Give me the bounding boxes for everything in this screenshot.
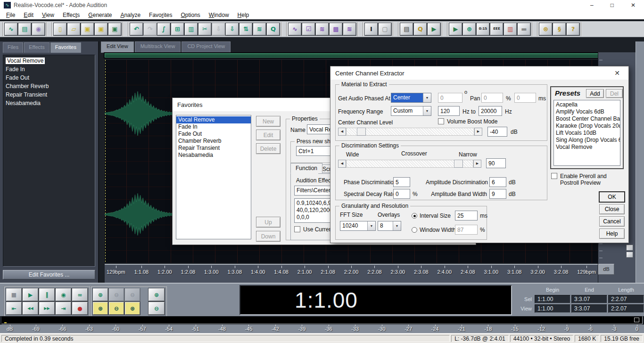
chevron-down-icon[interactable]: ▼ [393,221,401,230]
mix-paste-button[interactable]: ⇅ [239,23,252,35]
favorites-list-item[interactable]: Nesabamedia [3,99,95,107]
undo-button[interactable]: ↶ [130,23,143,35]
sidebar-tab-favorites[interactable]: Favorites [50,42,81,53]
organizer-window-toggle-button[interactable]: ▤ [400,23,413,35]
ok-button[interactable]: OK [599,192,625,202]
cd-project-view-button[interactable]: ◉ [32,23,45,35]
chevron-down-icon[interactable]: ▼ [423,93,431,102]
timeline-ruler[interactable]: 129bpm1:1.081:2.001:2.081:3.001:3.081:4.… [105,264,598,283]
new-button[interactable]: New [256,116,281,127]
menu-edit[interactable]: Edit [19,12,38,18]
pan-field[interactable]: 0 [481,93,503,103]
favorites-dialog-item[interactable]: Repair Transient [176,145,251,152]
freq-low-field[interactable]: 120 [438,106,460,116]
slider-right-arrow-icon[interactable]: ▶ [473,160,481,168]
delay-field[interactable]: 0 [514,93,536,103]
preset-item[interactable]: Karaoke (Drop Vocals 20dB) [554,122,620,130]
loop-button[interactable]: ∞ [72,288,88,301]
zoom-selection-left-button[interactable]: ⊖ [109,302,124,315]
crossover-slider-thumb[interactable] [454,160,463,168]
preset-del-button[interactable]: Del [606,89,623,98]
menu-view[interactable]: View [38,12,58,18]
preset-add-button[interactable]: Add [586,89,604,98]
open-file-button[interactable]: ▱ [67,23,80,35]
stop-button[interactable]: ■ [6,288,22,301]
tab-edit-view[interactable]: Edit View [101,41,134,53]
sel-view-toggle-button[interactable]: EEE [490,23,503,35]
level-meters-toggle-button[interactable]: ▥ [504,23,517,35]
menu-effects[interactable]: Effects [58,12,84,18]
center-level-slider-thumb[interactable] [357,128,366,136]
slider-left-arrow-icon[interactable]: ◀ [338,160,346,168]
chevron-down-icon[interactable]: ▼ [423,106,431,115]
phase-degrees-field[interactable]: 0 [438,93,462,103]
preset-item[interactable]: Lift Vocals 10dB [554,130,620,137]
edit-button[interactable]: Edit [256,130,281,140]
selview-field[interactable]: 1:1.00 [535,304,570,313]
preset-item[interactable]: Boost Center Channel Bass [554,115,620,122]
window-width-radio[interactable]: Window Width [412,227,456,233]
use-current-checkbox-box[interactable] [294,226,300,232]
status-bar-toggle-button[interactable]: ▬ [518,23,530,35]
amplitude-discrimination-field[interactable]: 6 [489,177,506,187]
playback-cursor[interactable] [105,60,106,263]
favorites-dialog-item[interactable]: Nesabamedia [176,152,251,159]
band-width-field[interactable]: 9 [489,189,506,199]
edit-view-button[interactable]: ∿ [5,23,17,35]
vertical-zoom-in-button[interactable]: ⊕ [149,288,165,301]
chevron-down-icon[interactable]: ▼ [367,221,375,230]
menu-analyze[interactable]: Analyze [116,12,145,18]
tab-function[interactable]: Function [290,163,322,173]
wave-navigator[interactable] [104,52,622,58]
center-level-field[interactable]: -40 [487,127,507,137]
save-as-button[interactable]: ▣ [95,23,107,35]
cut-button[interactable]: ✂ [198,23,211,35]
convert-sample-type-button[interactable]: Q [267,23,280,35]
go-to-start-button[interactable]: ⇤ [6,302,22,315]
favorites-dialog-item[interactable]: Chamber Reverb [176,138,251,145]
repeat-last-command-button[interactable]: ∫ [157,23,170,35]
interval-size-radio[interactable]: Interval Size [412,212,451,219]
favorites-dialog-item[interactable]: Vocal Remove [176,116,251,123]
preroll-checkbox[interactable]: Enable Preroll and Postroll Preview [551,173,624,186]
rewind-button[interactable]: ◀◀ [23,302,38,315]
overlays-combo[interactable]: 8 ▼ [378,221,401,231]
multitrack-view-button[interactable]: ▤ [18,23,31,35]
tab-cd-project-view[interactable]: CD Project View [182,41,231,53]
spectral-view-button[interactable]: ≋ [343,23,356,35]
menu-help[interactable]: Help [233,12,254,18]
spectral-decay-field[interactable]: 0 [393,189,410,199]
slider-right-arrow-icon[interactable]: ▶ [474,128,482,136]
zoom-selection-right-button[interactable]: ⊕ [125,302,140,315]
selview-field[interactable]: 3:3.07 [571,304,607,313]
time-window-toggle-button[interactable]: 0:15 [477,23,489,35]
selview-field[interactable]: 3:3.07 [571,295,607,303]
phase-analysis-button[interactable]: ▩ [330,23,342,35]
menu-file[interactable]: File [2,12,19,18]
adjust-sample-rate-button[interactable]: ≋ [253,23,266,35]
freq-high-field[interactable]: 20000 [479,106,502,116]
interval-size-field[interactable]: 25 [455,211,478,220]
menu-window[interactable]: Window [205,12,233,18]
tab-multitrack-view[interactable]: Multitrack View [135,41,181,53]
volume-boost-checkbox[interactable]: Volume Boost Mode [438,118,497,125]
down-button[interactable]: Down [256,231,281,242]
interval-size-radio-circle[interactable] [412,213,417,219]
selview-field[interactable]: 2:2.07 [608,295,644,303]
presets-list[interactable]: AcapellaAmplify Vocals 6dBBoost Center C… [553,100,620,166]
level-meter[interactable] [1,316,643,324]
scripts-button[interactable]: § [553,23,566,35]
preset-item[interactable]: Acapella [554,101,620,108]
favorites-dialog-list[interactable]: Vocal RemoveFade InFade OutChamber Rever… [176,115,251,239]
preset-item[interactable]: Vocal Remove [554,144,620,151]
wave-properties-button[interactable]: ∿ [289,23,301,35]
zoom-to-selection-button[interactable]: ⊕ [93,302,108,315]
ruler-button-up[interactable] [626,245,633,251]
cce-dialog-titlebar[interactable]: Center Channel Extractor ✕ [330,66,628,80]
close-icon[interactable]: ✕ [631,2,636,8]
maximize-icon[interactable]: □ [611,2,614,8]
menu-options[interactable]: Options [176,12,204,18]
navigator-range-bar[interactable] [105,53,621,57]
phase-at-combo[interactable]: Center ▼ [391,93,431,103]
favorites-list-item[interactable]: Fade Out [3,74,95,82]
